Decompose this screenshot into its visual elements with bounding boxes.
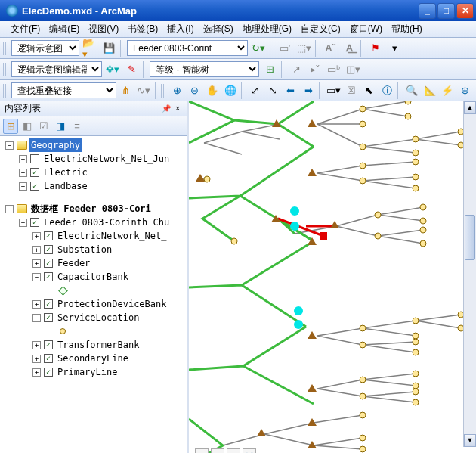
menu-file[interactable]: 文件(F) (6, 21, 45, 37)
tree-node[interactable]: Feeder (56, 256, 91, 270)
feeder-combo[interactable]: Feeder 0803-Corint (127, 40, 248, 56)
zoom-in-button[interactable]: ⊕ (169, 82, 184, 99)
pause-button[interactable]: ❚❚ (243, 448, 256, 453)
maximize-button[interactable]: □ (437, 3, 455, 19)
minimize-button[interactable]: _ (419, 3, 436, 19)
menu-edit[interactable]: 编辑(E) (45, 21, 84, 37)
menu-insert[interactable]: 插入(I) (162, 21, 198, 37)
tree-node[interactable]: SecondaryLine (56, 352, 130, 365)
prev-extent-button[interactable]: ⬅ (283, 82, 298, 99)
layer-checkbox[interactable] (30, 154, 39, 163)
goto-xy-button[interactable]: ⊕ (457, 82, 472, 99)
scroll-down-button[interactable]: ▼ (464, 434, 476, 447)
tree-collapse-icon[interactable]: − (32, 314, 41, 322)
data-view-tab[interactable]: ▭ (195, 448, 209, 453)
tree-node-feeder-df[interactable]: 数据框 Feeder 0803-Cori (29, 202, 153, 216)
list-by-selection-button[interactable]: ◨ (53, 119, 68, 134)
toolbar-grip[interactable] (3, 42, 8, 55)
close-panel-icon[interactable]: × (173, 104, 182, 113)
tree-expand-icon[interactable]: + (32, 341, 41, 349)
tree-collapse-icon[interactable]: − (19, 219, 27, 227)
tree-node[interactable]: Electric (42, 166, 89, 179)
layer-checkbox[interactable]: ✓ (44, 272, 53, 281)
tree-expand-icon[interactable]: + (32, 232, 41, 240)
layer-checkbox[interactable]: ✓ (44, 313, 53, 322)
tree-expand-icon[interactable]: + (32, 355, 41, 363)
clear-selection-button[interactable]: ☒ (344, 82, 359, 99)
scroll-up-button[interactable]: ▲ (464, 101, 476, 114)
menu-help[interactable]: 帮助(H) (387, 21, 427, 37)
select-features-button[interactable]: ▭▾ (326, 82, 342, 99)
zoom-fixed-out-button[interactable]: ⤡ (265, 82, 280, 99)
tree-node[interactable]: ServiceLocation (56, 311, 141, 324)
menu-windows[interactable]: 窗口(W) (345, 21, 387, 37)
trace2-button[interactable]: ∿▾ (136, 82, 151, 99)
layer-checkbox[interactable]: ✓ (30, 168, 39, 177)
zoom-fixed-in-button[interactable]: ⤢ (247, 82, 262, 99)
tree-collapse-icon[interactable]: − (5, 205, 14, 213)
tree-expand-icon[interactable]: + (32, 246, 41, 254)
next-extent-button[interactable]: ➡ (301, 82, 316, 99)
zoom-out-button[interactable]: ⊖ (187, 82, 202, 99)
hyperlink-button[interactable]: ⚡ (440, 82, 455, 99)
open-schematic-button[interactable]: 📂▾ (82, 40, 98, 57)
pin-icon[interactable]: 📌 (159, 104, 173, 113)
tree-node[interactable]: PrimaryLine (56, 365, 119, 379)
tool-b-button[interactable]: ◫▾ (345, 61, 361, 78)
map-canvas[interactable]: ▲ ▼ ▭ ▣ ↻ ❚❚ (189, 101, 476, 453)
list-by-drawing-button[interactable]: ⊞ (3, 119, 18, 134)
text-a2-button[interactable]: A͟ (341, 40, 357, 57)
tree-expand-icon[interactable]: + (32, 259, 41, 268)
find-button[interactable]: 🔍 (404, 82, 419, 99)
menu-bookmarks[interactable]: 书签(B) (123, 21, 162, 37)
layer-checkbox[interactable]: ✓ (30, 218, 39, 227)
measure-button[interactable]: 📐 (422, 82, 437, 99)
layout-view-tab[interactable]: ▣ (211, 448, 224, 453)
menu-selection[interactable]: 选择(S) (199, 21, 238, 37)
trace-button[interactable]: ⋔ (119, 82, 134, 99)
layer-checkbox[interactable]: ✓ (44, 259, 53, 268)
tree-node-geography[interactable]: Geography (29, 138, 82, 152)
select-element-button[interactable]: ⬚▾ (295, 40, 312, 57)
toolbar-grip[interactable] (161, 84, 165, 98)
toolbar-grip[interactable] (3, 63, 8, 76)
tree-expand-icon[interactable]: + (19, 182, 27, 191)
layer-checkbox[interactable]: ✓ (44, 354, 53, 363)
layer-checkbox[interactable]: ✓ (44, 368, 53, 377)
layer-checkbox[interactable]: ✓ (30, 182, 39, 191)
schematic-editor-combo[interactable]: 逻辑示意图编辑器 (11, 61, 102, 77)
find-links-combo[interactable]: 查找重叠链接 (11, 82, 116, 98)
tree-node[interactable]: TransformerBank (56, 338, 141, 352)
tree-expand-icon[interactable]: + (19, 155, 27, 163)
menu-customize[interactable]: 自定义(C) (296, 21, 345, 37)
tree-expand-icon[interactable]: + (32, 300, 41, 309)
tree-collapse-icon[interactable]: − (32, 273, 41, 281)
layer-checkbox[interactable]: ✓ (44, 245, 53, 254)
tree-expand-icon[interactable]: + (32, 368, 41, 377)
dropdown-button[interactable]: ▾ (386, 40, 403, 57)
list-by-source-button[interactable]: ◧ (20, 119, 35, 134)
align-button[interactable]: ↗ (288, 61, 304, 78)
tree-collapse-icon[interactable]: − (5, 141, 14, 150)
layer-checkbox[interactable]: ✓ (44, 231, 53, 240)
menu-view[interactable]: 视图(V) (84, 21, 123, 37)
tree-node[interactable]: Feeder 0803-Corinth Chu (42, 216, 171, 229)
refresh-button[interactable]: ↻ (227, 448, 240, 453)
tree-expand-icon[interactable]: + (19, 169, 27, 177)
propagate-button[interactable]: ▭' (277, 40, 293, 57)
level-combo[interactable]: 等级 - 智能树 (150, 61, 259, 77)
tree-node[interactable]: ProtectionDeviceBank (56, 297, 168, 311)
layer-checkbox[interactable]: ✓ (44, 299, 53, 309)
select-tool-button[interactable]: ⬉ (361, 82, 376, 99)
edit-button[interactable]: ✎ (123, 61, 140, 78)
toolbar-grip[interactable] (3, 84, 8, 98)
vertical-scrollbar[interactable]: ▲ ▼ (463, 101, 476, 447)
tree-node[interactable]: CapacitorBank (56, 270, 130, 284)
pan-button[interactable]: ✋ (205, 82, 220, 99)
list-by-visibility-button[interactable]: ☑ (36, 119, 51, 134)
identify-button[interactable]: ⓘ (379, 82, 394, 99)
tree-button[interactable]: ⊞ (261, 61, 278, 78)
tool-a-button[interactable]: ▭ᵇ (326, 61, 342, 78)
schematic-combo[interactable]: 逻辑示意图 (11, 40, 79, 56)
layer-checkbox[interactable]: ✓ (44, 340, 53, 349)
